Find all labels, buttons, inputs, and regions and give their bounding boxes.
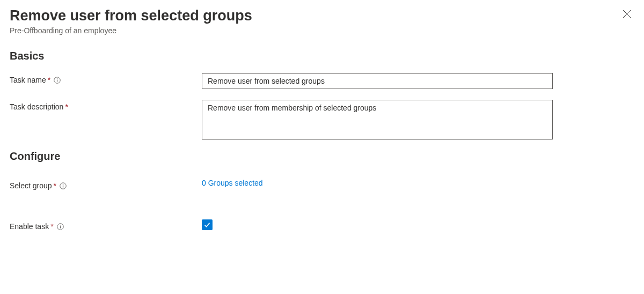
row-select-group: Select group* 0 Groups selected (10, 179, 631, 193)
select-group-link[interactable]: 0 Groups selected (202, 179, 263, 187)
select-group-label: Select group* (10, 179, 202, 193)
info-icon[interactable] (60, 182, 67, 189)
required-asterisk: * (48, 76, 50, 84)
required-asterisk: * (65, 102, 68, 111)
row-task-description: Task description* Remove user from membe… (10, 100, 631, 139)
task-description-input[interactable]: Remove user from membership of selected … (202, 100, 553, 139)
svg-rect-6 (63, 184, 63, 185)
svg-rect-4 (57, 79, 57, 82)
info-icon[interactable] (54, 77, 61, 84)
row-task-name: Task name* (10, 73, 631, 89)
enable-task-checkbox[interactable] (202, 219, 213, 230)
enable-task-label: Enable task* (10, 219, 202, 233)
task-name-input[interactable] (202, 73, 553, 89)
close-icon (623, 10, 631, 18)
svg-rect-10 (60, 226, 61, 228)
close-button[interactable] (623, 10, 631, 20)
task-name-label: Task name* (10, 73, 202, 87)
row-enable-task: Enable task* (10, 219, 631, 233)
info-icon[interactable] (57, 223, 64, 230)
page-subtitle: Pre-Offboarding of an employee (10, 26, 631, 35)
svg-rect-3 (57, 78, 57, 79)
task-description-label: Task description* (10, 100, 202, 114)
required-asterisk: * (54, 181, 56, 190)
required-asterisk: * (50, 222, 53, 231)
task-edit-panel: Remove user from selected groups Pre-Off… (0, 0, 644, 294)
svg-rect-9 (60, 225, 61, 225)
page-title: Remove user from selected groups (10, 6, 631, 25)
check-icon (203, 221, 211, 229)
section-heading-basics: Basics (10, 50, 631, 62)
svg-rect-7 (63, 185, 63, 187)
section-heading-configure: Configure (10, 150, 631, 163)
